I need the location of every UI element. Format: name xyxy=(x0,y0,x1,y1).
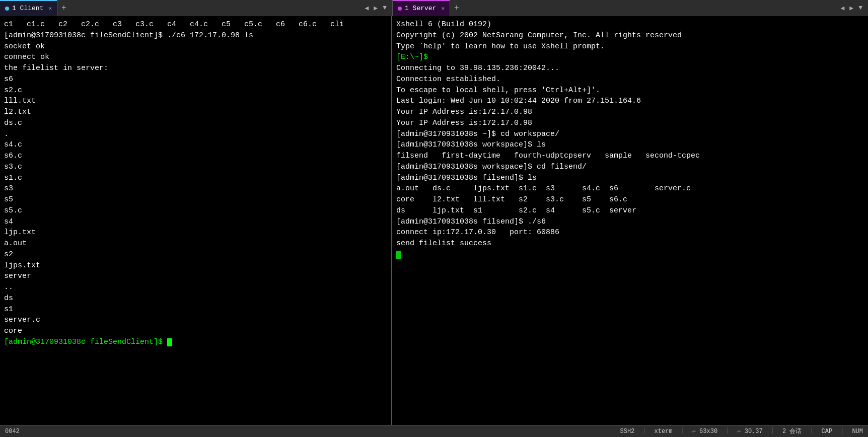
left-terminal-line: s2 xyxy=(4,249,387,260)
status-session-id: 0042 xyxy=(5,428,20,435)
right-terminal-line: a.out ds.c ljps.txt s1.c s3 s4.c s6 serv… xyxy=(396,183,864,194)
cursor-right xyxy=(396,251,401,259)
left-terminal-line: socket ok xyxy=(4,41,387,52)
right-terminal-line: core l2.txt lll.txt s2 s3.c s5 s6.c xyxy=(396,194,864,205)
cursor-left xyxy=(167,338,172,346)
right-terminal-line: [admin@3170931038s ~]$ cd workspace/ xyxy=(396,129,864,140)
status-xterm: xterm xyxy=(655,427,673,435)
right-terminal-line: ds ljp.txt s1 s2.c s4 s5.c server xyxy=(396,205,864,216)
tab-client-label: 1 Client xyxy=(12,5,43,12)
status-sep3: | xyxy=(726,427,729,435)
right-terminal-line: Your IP Address is:172.17.0.98 xyxy=(396,118,864,129)
left-terminal-line: c1 c1.c c2 c2.c c3 c3.c c4 c4.c c5 c5.c … xyxy=(4,19,387,30)
tab-nav-left-menu[interactable]: ▼ xyxy=(381,4,388,12)
main-content: c1 c1.c c2 c2.c c3 c3.c c4 c4.c c5 c5.c … xyxy=(0,16,868,425)
left-terminal-line: ds.c xyxy=(4,118,387,129)
terminal-right[interactable]: Xshell 6 (Build 0192)Copyright (c) 2002 … xyxy=(392,16,868,425)
tab-nav-right-prev[interactable]: ◀ xyxy=(839,4,846,12)
left-terminal-line: server xyxy=(4,271,387,282)
left-terminal-line: the filelist in server: xyxy=(4,63,387,74)
right-terminal-line: Connection established. xyxy=(396,74,864,85)
right-terminal-line: filsend first-daytime fourth-udptcpserv … xyxy=(396,151,864,162)
right-terminal-line: Copyright (c) 2002 NetSarang Computer, I… xyxy=(396,30,864,41)
status-sep6: | xyxy=(840,427,844,435)
tab-nav-left-next[interactable]: ▶ xyxy=(372,4,379,12)
left-terminal-line: s1 xyxy=(4,304,387,315)
right-terminal-line: [admin@3170931038s workspace]$ cd filsen… xyxy=(396,162,864,173)
left-terminal-line: ljps.txt xyxy=(4,260,387,271)
right-terminal-line: Your IP Address is:172.17.0.98 xyxy=(396,107,864,118)
status-sep2: | xyxy=(681,427,684,435)
left-terminal-line: ljp.txt xyxy=(4,227,387,238)
right-terminal-line: connect ip:172.17.0.30 port: 60886 xyxy=(396,227,864,238)
left-terminal-line: a.out xyxy=(4,238,387,249)
right-terminal-line: Xshell 6 (Build 0192) xyxy=(396,19,864,30)
status-cap: CAP xyxy=(822,427,833,435)
right-terminal-line xyxy=(396,249,864,260)
tab-client[interactable]: 1 Client ✕ xyxy=(0,0,57,16)
left-terminal-line: core xyxy=(4,326,387,337)
status-pos: ⌐ 30,37 xyxy=(737,427,762,435)
left-terminal-line: s5.c xyxy=(4,205,387,216)
tab-nav-left: ◀ ▶ ▼ xyxy=(364,4,392,12)
tab-nav-left-prev[interactable]: ◀ xyxy=(364,4,371,12)
status-sep4: | xyxy=(771,427,774,435)
terminal-left[interactable]: c1 c1.c c2 c2.c c3 c3.c c4 c4.c c5 c5.c … xyxy=(0,16,392,425)
left-terminal-line: connect ok xyxy=(4,52,387,63)
right-terminal-line: send filelist success xyxy=(396,238,864,249)
tab-add-left[interactable]: + xyxy=(57,0,70,16)
tab-bar: 1 Client ✕ + ◀ ▶ ▼ 1 Server ✕ + ◀ ▶ ▼ xyxy=(0,0,868,16)
right-terminal-line: [E:\~]$ xyxy=(396,52,864,63)
tab-bar-left: 1 Client ✕ + ◀ ▶ ▼ xyxy=(0,0,393,16)
right-terminal-line: Last login: Wed Jun 10 10:02:44 2020 fro… xyxy=(396,96,864,107)
status-right: SSH2 | xterm | ⌐ 63x30 | ⌐ 30,37 | 2 会话 … xyxy=(620,427,863,435)
tab-server-close[interactable]: ✕ xyxy=(441,5,445,12)
right-terminal-line: [admin@3170931038s workspace]$ ls xyxy=(396,139,864,151)
tab-nav-right-menu[interactable]: ▼ xyxy=(857,4,864,12)
left-terminal-line: s6 xyxy=(4,74,387,85)
left-terminal-line: s2.c xyxy=(4,85,387,96)
left-terminal-line: l2.txt xyxy=(4,107,387,118)
tab-dot-server xyxy=(398,7,402,11)
left-terminal-line: [admin@3170931038c fileSendClient]$ ./c6… xyxy=(4,30,387,41)
left-terminal-line: s1.c xyxy=(4,173,387,184)
left-terminal-line: s4 xyxy=(4,216,387,228)
left-terminal-line: ds xyxy=(4,293,387,304)
tab-bar-right: 1 Server ✕ + ◀ ▶ ▼ xyxy=(393,0,868,16)
left-terminal-line: .. xyxy=(4,282,387,293)
tab-client-close[interactable]: ✕ xyxy=(48,5,52,12)
right-terminal-line: [admin@3170931038s filsend]$ ./s6 xyxy=(396,216,864,228)
right-terminal-line: Connecting to 39.98.135.236:20042... xyxy=(396,63,864,74)
tab-nav-right: ◀ ▶ ▼ xyxy=(839,4,868,12)
right-terminal-line: Type `help' to learn how to use Xshell p… xyxy=(396,41,864,52)
left-terminal-line: lll.txt xyxy=(4,96,387,107)
left-terminal-line: s3 xyxy=(4,183,387,194)
right-terminal-line: [admin@3170931038s filsend]$ ls xyxy=(396,173,864,184)
status-sep5: | xyxy=(810,427,813,435)
status-sessions: 2 会话 xyxy=(782,427,802,435)
left-terminal-line: s3.c xyxy=(4,162,387,173)
left-terminal-line: . xyxy=(4,129,387,140)
status-bar: 0042 SSH2 | xterm | ⌐ 63x30 | ⌐ 30,37 | … xyxy=(0,425,868,437)
right-terminal-line: To escape to local shell, press 'Ctrl+Al… xyxy=(396,85,864,96)
left-terminal-line: s5 xyxy=(4,194,387,205)
right-terminal-content[interactable]: Xshell 6 (Build 0192)Copyright (c) 2002 … xyxy=(392,16,868,425)
status-sep1: | xyxy=(642,427,646,435)
left-terminal-line: s6.c xyxy=(4,151,387,162)
left-terminal-content[interactable]: c1 c1.c c2 c2.c c3 c3.c c4 c4.c c5 c5.c … xyxy=(0,16,391,425)
left-terminal-line: s4.c xyxy=(4,139,387,151)
status-ssh2: SSH2 xyxy=(620,427,634,435)
tab-server[interactable]: 1 Server ✕ xyxy=(393,0,450,16)
status-num: NUM xyxy=(852,427,863,435)
tab-dot-client xyxy=(5,7,9,11)
left-terminal-line: server.c xyxy=(4,315,387,326)
status-grid: ⌐ 63x30 xyxy=(692,427,717,435)
left-terminal-line: [admin@3170931038c fileSendClient]$ xyxy=(4,337,387,348)
tab-add-right[interactable]: + xyxy=(450,0,463,16)
tab-nav-right-next[interactable]: ▶ xyxy=(848,4,855,12)
tab-server-label: 1 Server xyxy=(405,5,436,12)
